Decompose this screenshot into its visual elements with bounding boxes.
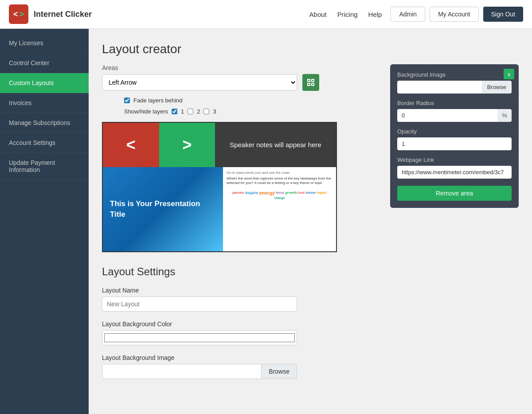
word-9: change bbox=[274, 196, 285, 199]
svg-rect-1 bbox=[312, 79, 314, 82]
fade-layers-label: Fade layers behind bbox=[133, 97, 183, 104]
nav-help[interactable]: Help bbox=[368, 11, 382, 18]
layout-bg-color-wrap bbox=[102, 330, 297, 345]
header-buttons: Admin My Account Sign Out bbox=[391, 7, 523, 22]
nav-pricing[interactable]: Pricing bbox=[337, 11, 358, 18]
svg-rect-2 bbox=[308, 83, 310, 86]
webpage-link-label: Webpage Link bbox=[397, 156, 512, 163]
logo-left-arrow: < bbox=[13, 10, 18, 19]
word-5: growth bbox=[285, 191, 297, 195]
preview-left-arrow-area: < bbox=[103, 123, 159, 167]
logo-icon: < > bbox=[9, 4, 28, 24]
svg-rect-3 bbox=[312, 83, 314, 86]
menti-question: What's the word that captures some of th… bbox=[227, 176, 332, 186]
border-radius-suffix: % bbox=[497, 109, 512, 122]
admin-button[interactable]: Admin bbox=[391, 7, 425, 22]
sidebar-item-manage-subscriptions[interactable]: Manage Subscriptions bbox=[0, 113, 89, 133]
right-panel: x Background Image Browse Border Radius … bbox=[390, 64, 519, 208]
layout-name-label: Layout Name bbox=[102, 287, 519, 294]
layer1-label: 1 bbox=[181, 108, 184, 115]
bg-image-row: Browse bbox=[397, 81, 512, 94]
remove-area-button[interactable]: Remove area bbox=[397, 186, 512, 201]
area-dropdown[interactable]: Left Arrow bbox=[102, 74, 297, 90]
opacity-label: Opacity bbox=[397, 128, 512, 135]
fade-layers-checkbox[interactable] bbox=[124, 98, 130, 103]
layout-bg-image-row: Browse bbox=[102, 364, 297, 379]
layer2-label: 2 bbox=[197, 108, 200, 115]
fullscreen-button[interactable] bbox=[302, 74, 319, 91]
webpage-link-input[interactable] bbox=[397, 166, 512, 179]
header-nav: About Pricing Help bbox=[309, 11, 382, 18]
logo-text: Internet Clicker bbox=[34, 10, 92, 19]
border-radius-input[interactable] bbox=[397, 109, 497, 122]
word-1: passion bbox=[232, 191, 244, 194]
bg-image-input[interactable] bbox=[397, 81, 482, 94]
preview-mentimeter-area: Go to www.menti.com and use the code: Wh… bbox=[223, 167, 336, 251]
opacity-input[interactable] bbox=[397, 137, 512, 150]
logo-right-arrow: > bbox=[20, 10, 24, 19]
word-8: impact bbox=[317, 191, 327, 194]
page-title: Layout creator bbox=[102, 42, 519, 56]
sign-out-button[interactable]: Sign Out bbox=[483, 7, 523, 22]
word-3: energy bbox=[259, 190, 275, 195]
word-4: focus bbox=[276, 191, 284, 194]
bg-image-label: Background Image bbox=[397, 71, 512, 78]
layer1-checkbox[interactable] bbox=[172, 109, 177, 114]
preview-notes-area: Speaker notes will appear here bbox=[215, 123, 336, 167]
preview-right-arrow-area: > bbox=[159, 123, 215, 167]
sidebar-item-control-center[interactable]: Control Center bbox=[0, 53, 89, 73]
sidebar-item-account-settings[interactable]: Account Settings bbox=[0, 133, 89, 153]
border-radius-row: % bbox=[397, 109, 512, 122]
preview-slide-area: This is Your Presentation Title bbox=[103, 167, 223, 251]
my-account-button[interactable]: My Account bbox=[430, 7, 478, 22]
layout-bg-color-input[interactable] bbox=[103, 332, 296, 344]
word-7: vision bbox=[305, 191, 316, 195]
layer3-checkbox[interactable] bbox=[203, 109, 209, 114]
sidebar-item-update-payment[interactable]: Update Payment Information bbox=[0, 153, 89, 180]
layout-bg-color-label: Layout Background Color bbox=[102, 320, 519, 328]
fullscreen-icon bbox=[307, 78, 315, 86]
sidebar: My Licenses Control Center Custom Layout… bbox=[0, 29, 89, 414]
layout-bg-image-browse-button[interactable]: Browse bbox=[262, 364, 297, 379]
border-radius-label: Border Radius bbox=[397, 100, 512, 106]
layout-bg-image-input[interactable] bbox=[102, 364, 262, 379]
right-panel-close-button[interactable]: x bbox=[504, 69, 514, 79]
word-6: trust bbox=[298, 191, 305, 194]
layer3-label: 3 bbox=[213, 108, 216, 115]
sidebar-item-custom-layouts[interactable]: Custom Layouts bbox=[0, 73, 89, 93]
layout-bg-image-label: Layout Background Image bbox=[102, 354, 519, 361]
preview-top-row: < > Speaker notes will appear here bbox=[103, 123, 336, 167]
word-2: inspire bbox=[245, 191, 258, 195]
layout-name-input[interactable] bbox=[102, 297, 297, 312]
preview-bottom-row: This is Your Presentation Title Go to ww… bbox=[103, 167, 336, 251]
word-cloud: passion inspire energy focus growth trus… bbox=[227, 188, 332, 201]
menti-title: Go to www.menti.com and use the code: bbox=[227, 171, 332, 175]
show-hide-label: Show/hide layers bbox=[124, 108, 168, 115]
sidebar-item-invoices[interactable]: Invoices bbox=[0, 93, 89, 113]
bg-image-browse-button[interactable]: Browse bbox=[482, 81, 512, 94]
layer2-checkbox[interactable] bbox=[188, 109, 193, 114]
nav-about[interactable]: About bbox=[309, 11, 327, 18]
sidebar-item-my-licenses[interactable]: My Licenses bbox=[0, 33, 89, 53]
preview-canvas: < > Speaker notes will appear here This … bbox=[102, 122, 337, 252]
layout-settings-title: Layout Settings bbox=[102, 266, 519, 278]
svg-rect-0 bbox=[308, 79, 310, 82]
preview-slide-title: This is Your Presentation Title bbox=[110, 199, 216, 220]
header: < > Internet Clicker About Pricing Help … bbox=[0, 0, 532, 29]
